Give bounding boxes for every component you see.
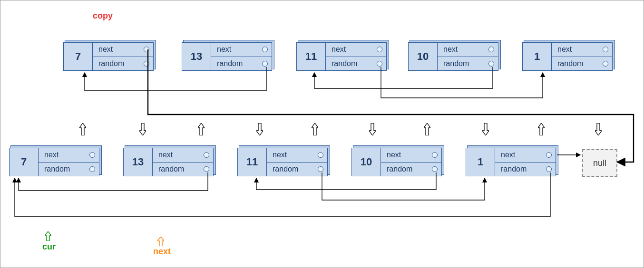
hollow-arrow-down-icon xyxy=(369,123,376,135)
node-value: 1 xyxy=(466,148,495,176)
node-field-next: next xyxy=(381,148,441,162)
node-field-next: next xyxy=(552,43,612,57)
node-field-next: next xyxy=(211,43,272,57)
top-node-7: 7 next random xyxy=(63,42,154,71)
hollow-arrow-up-icon xyxy=(312,123,318,135)
node-field-random: random xyxy=(438,57,498,71)
cur-pointer-icon xyxy=(45,231,51,244)
port-icon xyxy=(546,152,552,158)
diagram-viewport: copy 7 next random 13 next random 11 nex… xyxy=(0,0,644,268)
port-icon xyxy=(432,166,438,172)
node-field-next: next xyxy=(153,148,213,162)
node-field-random: random xyxy=(267,162,327,176)
copy-label: copy xyxy=(93,11,113,21)
top-node-11: 11 next random xyxy=(296,42,387,71)
node-value: 7 xyxy=(64,43,93,70)
bottom-node-13: 13 next random xyxy=(123,148,214,176)
hollow-arrow-up-icon xyxy=(79,123,86,135)
hollow-arrow-up-icon xyxy=(198,123,205,135)
top-node-10: 10 next random xyxy=(408,42,498,71)
hollow-arrow-down-icon xyxy=(595,123,602,135)
port-icon xyxy=(262,61,268,67)
null-terminator: null xyxy=(582,149,617,177)
node-value: 13 xyxy=(124,148,153,176)
port-icon xyxy=(144,47,149,52)
node-value: 11 xyxy=(238,148,267,176)
port-icon xyxy=(262,47,268,52)
bottom-node-7: 7 next random xyxy=(9,148,99,176)
node-field-random: random xyxy=(39,162,99,176)
top-node-1: 1 next random xyxy=(522,42,613,71)
node-value: 1 xyxy=(523,43,552,70)
port-icon xyxy=(377,61,382,67)
hollow-arrow-up-icon xyxy=(424,123,430,135)
port-icon xyxy=(89,152,95,158)
node-field-next: next xyxy=(39,148,99,162)
port-icon xyxy=(488,61,494,67)
port-icon xyxy=(318,152,323,158)
port-icon xyxy=(144,61,149,67)
node-field-random: random xyxy=(381,162,441,176)
node-field-random: random xyxy=(211,57,272,71)
port-icon xyxy=(204,166,209,172)
hollow-arrow-down-icon xyxy=(256,123,263,135)
node-value: 7 xyxy=(10,148,39,176)
node-value: 10 xyxy=(409,43,438,70)
bottom-node-10: 10 next random xyxy=(351,148,442,176)
node-field-random: random xyxy=(326,57,386,71)
hollow-arrow-down-icon xyxy=(482,123,489,135)
bottom-node-1: 1 next random xyxy=(466,148,556,176)
next-pointer-icon xyxy=(157,237,164,249)
port-icon xyxy=(377,47,382,52)
node-field-next: next xyxy=(495,148,556,162)
node-value: 11 xyxy=(297,43,326,70)
port-icon xyxy=(89,166,95,172)
bottom-node-11: 11 next random xyxy=(237,148,328,176)
node-field-random: random xyxy=(552,57,612,71)
hollow-arrow-down-icon xyxy=(139,123,146,135)
node-value: 13 xyxy=(182,43,211,70)
port-icon xyxy=(603,61,608,67)
node-field-next: next xyxy=(326,43,386,57)
node-field-next: next xyxy=(267,148,327,162)
top-node-13: 13 next random xyxy=(182,42,272,71)
node-field-random: random xyxy=(93,57,153,71)
port-icon xyxy=(546,166,552,172)
port-icon xyxy=(204,152,209,158)
node-field-next: next xyxy=(438,43,498,57)
node-field-random: random xyxy=(495,162,556,176)
node-value: 10 xyxy=(352,148,381,176)
port-icon xyxy=(432,152,438,158)
port-icon xyxy=(488,47,494,52)
node-field-next: next xyxy=(93,43,153,57)
hollow-arrow-up-icon xyxy=(538,123,545,135)
port-icon xyxy=(603,47,608,52)
port-icon xyxy=(318,166,323,172)
connector-layer xyxy=(0,0,644,268)
node-field-random: random xyxy=(153,162,213,176)
